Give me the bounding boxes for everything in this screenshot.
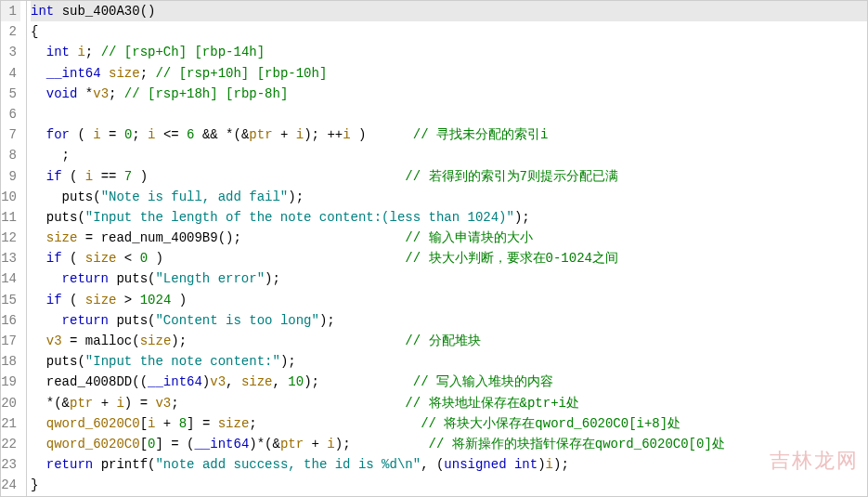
token-var: ptr [249, 127, 272, 142]
code-line[interactable]: puts("Input the note content:"); [31, 351, 867, 372]
token-var: i [546, 457, 553, 472]
token-op: ( [62, 251, 85, 266]
code-line[interactable]: } [31, 475, 867, 495]
code-editor[interactable]: 123456789101112131415161718192021222324 … [0, 0, 868, 497]
token-var: ptr [280, 437, 304, 451]
token-c: // 写入输入堆块的内容 [413, 374, 553, 389]
line-number: 9 [1, 166, 20, 187]
code-line[interactable]: if ( i == 7 ) // 若得到的索引为7则提示分配已满 [31, 166, 867, 187]
token-op: = [77, 230, 100, 245]
token-op [31, 45, 46, 59]
token-c: // 若得到的索引为7则提示分配已满 [405, 169, 618, 184]
token-op: ( [132, 334, 139, 348]
code-line[interactable]: if ( size < 0 ) // 块大小判断，要求在0-1024之间 [31, 248, 867, 268]
token-op [31, 437, 46, 451]
code-line[interactable]: qword_6020C0[0] = (__int64)*(&ptr + i); … [31, 434, 867, 454]
token-op: ); [280, 354, 296, 369]
token-c: // 将新操作的块指针保存在qword_6020C0[0]处 [429, 437, 725, 451]
token-op: ); [171, 334, 405, 348]
token-num: 1024 [140, 293, 172, 307]
token-var: i [327, 437, 334, 451]
line-number: 7 [1, 124, 20, 145]
code-line[interactable]: qword_6020C0[i + 8] = size; // 将块大小保存在qw… [31, 413, 867, 434]
token-var: size [85, 251, 117, 266]
token-id-func: read_num_4009B9 [101, 230, 218, 245]
token-var: ptr [70, 396, 93, 411]
token-op: ; [171, 396, 405, 411]
code-line[interactable]: read_4008DD((__int64)v3, size, 10); // 写… [31, 372, 867, 392]
code-line[interactable]: return puts("Content is too long"); [31, 310, 867, 331]
token-op: == [93, 169, 124, 184]
code-line[interactable]: puts("Note is full, add fail"); [31, 187, 867, 207]
line-number: 5 [1, 84, 20, 104]
line-number: 4 [1, 63, 20, 84]
token-op [31, 457, 46, 472]
token-op: [ [140, 416, 148, 431]
code-line[interactable]: int i; // [rsp+Ch] [rbp-14h] [31, 42, 867, 62]
token-op: ); [319, 313, 335, 328]
line-number: 17 [1, 331, 20, 351]
code-line[interactable]: puts("Input the length of the note conte… [31, 207, 867, 228]
token-op: ; [132, 127, 148, 142]
code-line[interactable] [31, 104, 867, 124]
token-op: ) [132, 169, 405, 184]
code-line[interactable]: __int64 size; // [rsp+10h] [rbp-10h] [31, 63, 867, 84]
token-id-func: puts [46, 354, 78, 369]
token-op: , [273, 374, 289, 389]
code-line[interactable]: *(&ptr + i) = v3; // 将块地址保存在&ptr+i处 [31, 393, 867, 413]
token-var: size [85, 293, 117, 307]
token-op: ; [109, 86, 124, 101]
token-op: * [77, 86, 93, 101]
code-line[interactable]: void *v3; // [rsp+18h] [rbp-8h] [31, 84, 867, 104]
token-var: size [241, 374, 273, 389]
token-c: // [rsp+Ch] [rbp-14h] [101, 45, 265, 59]
token-op: ( [77, 354, 84, 369]
token-s: "note add success, the id is %d\n" [155, 457, 421, 472]
token-id-func: puts [116, 271, 148, 286]
code-line[interactable]: v3 = malloc(size); // 分配堆块 [31, 331, 867, 351]
token-op [31, 230, 46, 245]
token-op: ); [553, 457, 569, 472]
token-s: "Length error" [155, 271, 265, 286]
code-line[interactable]: size = read_num_4009B9(); // 输入申请块的大小 [31, 228, 867, 248]
token-c: // 输入申请块的大小 [405, 230, 532, 245]
code-line[interactable]: return printf("note add success, the id … [31, 454, 867, 475]
token-op: ) [171, 293, 187, 307]
token-type: __int64 [148, 374, 202, 389]
token-c: // 将块地址保存在&ptr+i处 [405, 396, 579, 411]
token-var: v3 [46, 334, 62, 348]
line-number: 24 [1, 475, 20, 495]
token-op: ); [265, 271, 280, 286]
token-id-func: malloc [85, 334, 132, 348]
token-op: ] = ( [155, 437, 194, 451]
code-area[interactable]: int sub_400A30(){ int i; // [rsp+Ch] [rb… [27, 1, 867, 496]
token-op [31, 416, 46, 431]
token-op: ) [202, 374, 210, 389]
token-op [54, 4, 61, 19]
token-var: size [218, 416, 250, 431]
token-op: ) = [124, 396, 156, 411]
line-number: 22 [1, 434, 20, 454]
token-kw: if [46, 251, 62, 266]
token-type: unsigned [444, 457, 506, 472]
token-op: , [226, 374, 241, 389]
token-type: __int64 [46, 66, 101, 81]
code-line[interactable]: if ( size > 1024 ) [31, 290, 867, 310]
token-var: i [85, 169, 93, 184]
token-id-func: printf [101, 457, 148, 472]
line-number: 8 [1, 145, 20, 165]
token-c: // 将块大小保存在qword_6020C0[i+8]处 [421, 416, 680, 431]
line-number: 23 [1, 454, 20, 475]
code-line[interactable]: { [31, 21, 867, 42]
code-line[interactable]: for ( i = 0; i <= 6 && *(&ptr + i); ++i … [31, 124, 867, 145]
code-line[interactable]: int sub_400A30() [31, 1, 867, 21]
token-op: + [273, 127, 296, 142]
token-op [31, 354, 46, 369]
code-line[interactable]: ; [31, 145, 867, 165]
code-line[interactable]: return puts("Length error"); [31, 268, 867, 289]
line-number: 13 [1, 248, 20, 268]
token-var: v3 [210, 374, 226, 389]
token-op [101, 66, 109, 81]
token-var: v3 [93, 86, 109, 101]
line-number: 10 [1, 187, 20, 207]
